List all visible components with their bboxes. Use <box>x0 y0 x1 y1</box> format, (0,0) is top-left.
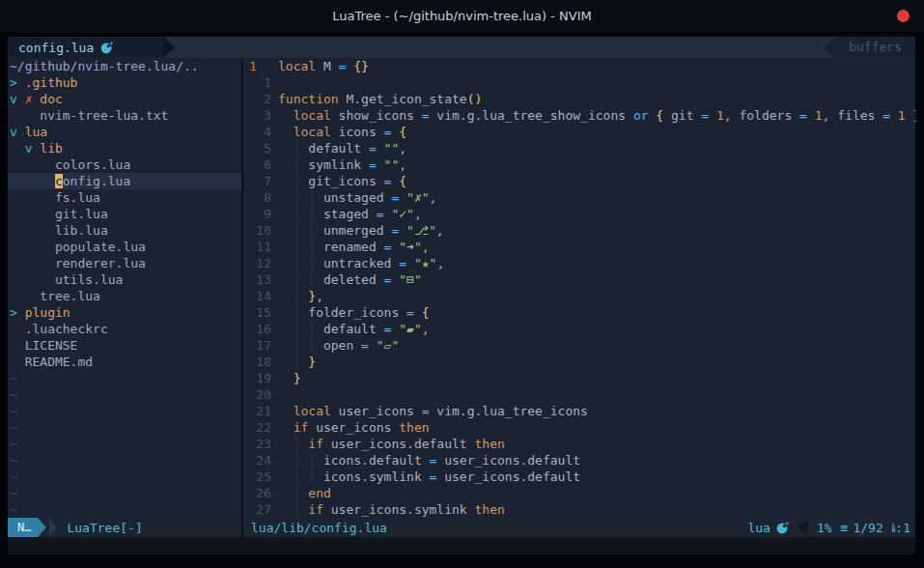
code-line[interactable]: 21 local user_icons = vim.g.lua_tree_ico… <box>243 403 915 419</box>
tree-row[interactable]: > plugin <box>8 304 241 321</box>
tree-row[interactable]: nvim-tree-lua.txt <box>8 107 241 124</box>
tree-row[interactable]: v lua <box>8 124 241 140</box>
mode-indicator: N… <box>8 518 38 537</box>
code-line[interactable]: 18 ┆ } <box>243 354 915 370</box>
tree-filler: ~ <box>8 452 241 469</box>
column-number: :1 <box>895 521 910 535</box>
tree-row[interactable]: populate.lua <box>8 239 241 255</box>
code-line[interactable]: 3 local show_icons = vim.g.lua_tree_show… <box>243 107 915 124</box>
tree-row[interactable]: git.lua <box>8 206 241 222</box>
tree-filler: ~ <box>8 436 241 452</box>
code-line[interactable]: 16 ┆ ┆ default = "▰", <box>243 321 915 337</box>
code-line[interactable]: 27 ┆ if user_icons.symlink then <box>243 501 915 518</box>
file-path: lua/lib/config.lua <box>251 521 387 535</box>
code-line[interactable]: 5 ┆ default = "", <box>243 140 915 156</box>
tree-row[interactable]: v ✗ doc <box>8 91 241 107</box>
code-line[interactable]: 22 if user_icons then <box>243 419 915 436</box>
code-line[interactable]: 26 ┆ end <box>243 485 915 501</box>
code-line[interactable]: 24 ┆ ┆ icons.default = user_icons.defaul… <box>243 452 915 469</box>
tree-filler: ~ <box>8 419 241 436</box>
code-line[interactable]: 2function M.get_icon_state() <box>243 91 915 107</box>
tree-row[interactable]: config.lua <box>8 173 241 189</box>
tree-row[interactable]: LICENSE <box>8 337 241 354</box>
code-line[interactable]: 23 ┆ if user_icons.default then <box>243 436 915 452</box>
code-line[interactable]: 1 <box>243 74 915 91</box>
code-line[interactable]: 17 ┆ ┆ open = "▱" <box>243 337 915 354</box>
code-line[interactable]: 11 ┆ ┆ renamed = "➜", <box>243 239 915 255</box>
tree-buffer-name: LuaTree[-] <box>67 521 142 535</box>
powerline-arrow-icon <box>38 518 46 537</box>
code-line[interactable]: 25 ┆ ┆ icons.symlink = user_icons.defaul… <box>243 469 915 485</box>
powerline-arrow-icon <box>49 518 56 537</box>
tree-filler: ~ <box>8 370 241 386</box>
code-line[interactable]: 20 <box>243 386 915 403</box>
line-position: 1/92 <box>853 521 882 535</box>
code-line[interactable]: 7 ┆ git_icons = { <box>243 173 915 189</box>
tree-filler: ~ <box>8 469 241 485</box>
tree-filler: ~ <box>8 485 241 501</box>
lua-logo-icon <box>776 522 789 534</box>
tree-row[interactable]: renderer.lua <box>8 255 241 271</box>
close-button[interactable] <box>897 10 910 22</box>
scroll-percent: 1% <box>817 521 832 535</box>
code-line[interactable]: 13 ┆ ┆ deleted = "⊟" <box>243 271 915 288</box>
tabline: config.lua buffers <box>8 37 915 58</box>
nvim-terminal: config.lua buffers ~/github/nvim-tree.lu… <box>8 37 915 554</box>
position-group: ≡ 1/92 <box>841 521 883 535</box>
statusline-tree: N… LuaTree[-] <box>8 518 241 537</box>
buffers-segment: buffers <box>824 37 915 58</box>
tree-row[interactable]: lib.lua <box>8 222 241 239</box>
tree-row[interactable]: tree.lua <box>8 288 241 304</box>
command-line[interactable] <box>8 537 915 554</box>
code-line[interactable]: 15 ┆ folder_icons = { <box>243 304 915 321</box>
tree-row[interactable]: .luacheckrc <box>8 321 241 337</box>
tree-row[interactable]: README.md <box>8 354 241 370</box>
code-line[interactable]: 4 local icons = { <box>243 124 915 140</box>
code-line[interactable]: 10 ┆ ┆ unmerged = "⎇", <box>243 222 915 239</box>
lua-logo-icon <box>100 42 113 54</box>
tab-separator-icon <box>163 37 175 58</box>
statusline-right-group: lua 1% ≡ 1/92 LN :1 <box>747 518 915 537</box>
lines-icon: ≡ <box>841 521 849 535</box>
tab-label: config.lua <box>18 41 94 55</box>
tree-row[interactable]: colors.lua <box>8 156 241 173</box>
chevron-left-icon <box>824 37 835 58</box>
code-line[interactable]: 19 } <box>243 370 915 386</box>
filetype-label: lua <box>747 521 770 535</box>
tree-row[interactable]: utils.lua <box>8 271 241 288</box>
statusline-editor: lua/lib/config.lua lua 1% ≡ 1/92 <box>243 518 915 537</box>
chevron-left-icon <box>798 518 808 537</box>
tab-config-lua[interactable]: config.lua <box>8 37 163 58</box>
file-tree[interactable]: ~/github/nvim-tree.lua/..> .githubv ✗ do… <box>8 58 241 518</box>
tree-filler: ~ <box>8 501 241 518</box>
tree-filler: ~ <box>8 403 241 419</box>
tree-filler: ~ <box>8 386 241 403</box>
tree-row[interactable]: fs.lua <box>8 189 241 206</box>
code-line[interactable]: 9 ┆ ┆ staged = "✓", <box>243 206 915 222</box>
code-line[interactable]: 14 ┆ }, <box>243 288 915 304</box>
tree-row[interactable]: v lib <box>8 140 241 156</box>
code-line[interactable]: 6 ┆ symlink = "", <box>243 156 915 173</box>
line-col-group: LN :1 <box>892 521 910 535</box>
window-title: LuaTree - (~/github/nvim-tree.lua) - NVI… <box>0 0 924 32</box>
tree-row[interactable]: > .github <box>8 74 241 91</box>
code-buffer[interactable]: 1local M = {}12function M.get_icon_state… <box>243 58 915 518</box>
buffers-label[interactable]: buffers <box>835 37 915 58</box>
window-titlebar: LuaTree - (~/github/nvim-tree.lua) - NVI… <box>0 0 924 32</box>
tree-root[interactable]: ~/github/nvim-tree.lua/.. <box>8 58 241 74</box>
code-line[interactable]: 8 ┆ ┆ unstaged = "✗", <box>243 189 915 206</box>
code-line[interactable]: 1local M = {} <box>243 58 915 74</box>
statusline: N… LuaTree[-] lua/lib/config.lua lua 1% <box>8 518 915 537</box>
filetype-group: lua <box>747 521 788 535</box>
code-line[interactable]: 12 ┆ ┆ untracked = "★", <box>243 255 915 271</box>
editor-content: ~/github/nvim-tree.lua/..> .githubv ✗ do… <box>8 58 915 518</box>
